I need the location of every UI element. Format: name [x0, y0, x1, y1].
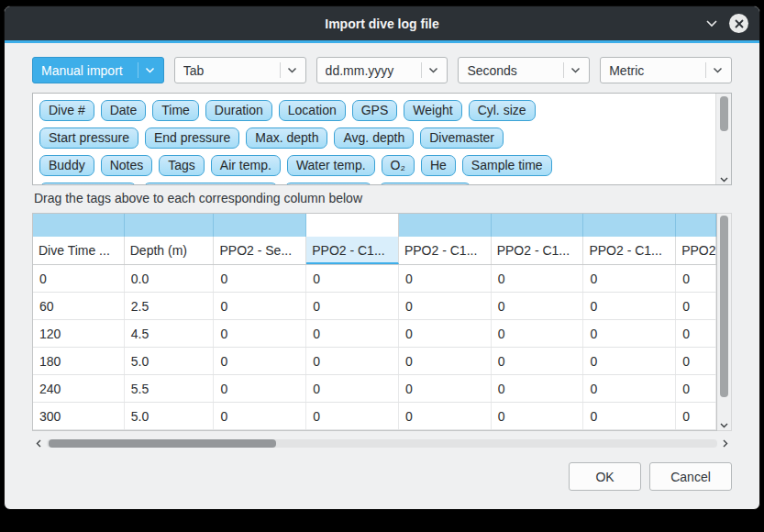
table-row-2: 1204.5000000 [33, 320, 716, 348]
field-separator-select[interactable]: Tab [174, 57, 306, 83]
scroll-down-icon[interactable] [717, 423, 731, 428]
drop-target-cell-6[interactable] [583, 214, 676, 237]
table-cell: 0 [583, 348, 676, 374]
tag-sample-depth[interactable]: Sample depth [39, 183, 137, 185]
units-select[interactable]: Metric [600, 57, 732, 83]
table-cell: 0 [583, 320, 676, 347]
tag-sample-time[interactable]: Sample time [462, 155, 552, 176]
import-dialog-window: Import dive log file Manual import Ta [4, 6, 760, 510]
close-icon [735, 19, 744, 28]
table-cell: 0 [306, 403, 399, 429]
column-header-1[interactable]: Depth (m) [125, 237, 215, 264]
drop-target-cell-1[interactable] [125, 214, 215, 237]
titlebar[interactable]: Import dive log file [5, 6, 759, 40]
tag-divemaster[interactable]: Divemaster [420, 127, 504, 149]
column-header-2[interactable]: PPO2 - Se... [214, 237, 306, 264]
preview-table: Dive Time ...Depth (m)PPO2 - Se...PPO2 -… [32, 213, 717, 431]
table-row-0: 00.0000000 [33, 265, 716, 293]
tag-time[interactable]: Time [152, 100, 199, 121]
drop-target-cell-4[interactable] [399, 214, 492, 237]
drop-target-cell-5[interactable] [492, 214, 584, 237]
table-cell: 0 [214, 265, 306, 292]
table-cell: 60 [33, 293, 125, 319]
close-window-button[interactable] [729, 14, 748, 33]
ok-button[interactable]: OK [569, 462, 641, 491]
table-cell: 0 [214, 375, 306, 402]
tag-row: Sample depthSample temperatureSample pO₂… [39, 183, 709, 185]
tag-date[interactable]: Date [101, 100, 147, 121]
tag-water-temp[interactable]: Water temp. [287, 155, 375, 176]
table-cell: 0 [306, 348, 399, 374]
table-cell: 300 [33, 403, 125, 429]
shade-window-icon[interactable] [705, 19, 718, 28]
table-vertical-scrollbar[interactable] [717, 213, 732, 431]
column-header-6[interactable]: PPO2 - C1... [583, 237, 676, 264]
column-header-5[interactable]: PPO2 - C1... [492, 237, 584, 264]
tag-gps[interactable]: GPS [352, 100, 398, 121]
table-cell: 0 [399, 293, 492, 319]
duration-format-value: Seconds [467, 63, 559, 78]
tag-sample-temperature[interactable]: Sample temperature [143, 183, 278, 185]
date-format-select[interactable]: dd.mm.yyyy [316, 57, 448, 83]
drop-target-cell-7[interactable] [676, 214, 716, 237]
scrollbar-thumb[interactable] [720, 96, 728, 131]
duration-format-select[interactable]: Seconds [458, 57, 590, 83]
preview-table-area: Dive Time ...Depth (m)PPO2 - Se...PPO2 -… [32, 213, 732, 431]
table-cell: 0 [676, 348, 716, 374]
table-cell: 0 [676, 403, 716, 429]
scrollbar-thumb[interactable] [720, 216, 728, 397]
tag-duration[interactable]: Duration [205, 100, 272, 121]
tag-max-depth[interactable]: Max. depth [246, 127, 327, 149]
drop-target-cell-2[interactable] [214, 214, 306, 237]
table-cell: 0 [306, 293, 399, 319]
table-cell: 0 [492, 403, 584, 429]
column-header-4[interactable]: PPO2 - C1... [399, 237, 492, 264]
tag-air-temp[interactable]: Air temp. [211, 155, 281, 176]
column-header-0[interactable]: Dive Time ... [33, 237, 125, 264]
table-cell: 0 [583, 375, 676, 402]
table-cell: 5.0 [125, 403, 215, 429]
column-header-7[interactable]: PPO2 [676, 237, 716, 264]
scroll-right-icon[interactable] [719, 439, 732, 448]
tag-o[interactable]: O₂ [382, 155, 415, 176]
tag-avg-depth[interactable]: Avg. depth [334, 127, 414, 149]
table-cell: 180 [33, 348, 125, 374]
table-cell: 0 [306, 320, 399, 347]
scroll-down-icon[interactable] [716, 177, 731, 183]
table-cell: 0 [492, 320, 584, 347]
drop-target-cell-3[interactable] [306, 214, 399, 237]
table-cell: 2.5 [125, 293, 215, 319]
table-row-1: 602.5000000 [33, 293, 716, 320]
tag-cyl-size[interactable]: Cyl. size [469, 100, 536, 121]
tag-row: BuddyNotesTagsAir temp.Water temp.O₂HeSa… [39, 155, 709, 176]
tag-buddy[interactable]: Buddy [39, 155, 94, 176]
tag-tags[interactable]: Tags [159, 155, 205, 176]
scroll-left-icon[interactable] [32, 439, 45, 448]
scrollbar-thumb[interactable] [49, 439, 276, 448]
table-cell: 0 [676, 320, 716, 347]
tag-sample-po[interactable]: Sample pO₂ [284, 183, 371, 185]
chevron-down-icon [713, 67, 723, 73]
table-cell: 0 [399, 265, 492, 292]
table-cell: 0 [399, 320, 492, 347]
tag-sample-cns[interactable]: Sample CNS [379, 183, 471, 185]
tag-end-pressure[interactable]: End pressure [145, 127, 239, 149]
tag-start-pressure[interactable]: Start pressure [39, 127, 138, 149]
import-mode-select[interactable]: Manual import [32, 57, 164, 83]
table-cell: 0 [676, 265, 716, 292]
table-horizontal-scrollbar[interactable] [32, 437, 732, 450]
table-cell: 0 [583, 403, 676, 429]
tag-pool-scrollbar[interactable] [715, 94, 731, 184]
drop-target-cell-0[interactable] [33, 214, 125, 237]
tag-dive[interactable]: Dive # [39, 100, 94, 121]
drag-instruction-label: Drag the tags above to each correspondin… [34, 191, 732, 205]
table-cell: 0 [676, 293, 716, 319]
tag-weight[interactable]: Weight [404, 100, 461, 121]
table-cell: 0 [492, 348, 584, 374]
column-header-3[interactable]: PPO2 - C1... [306, 237, 399, 264]
tag-notes[interactable]: Notes [101, 155, 153, 176]
cancel-button[interactable]: Cancel [649, 462, 732, 491]
table-cell: 0 [306, 265, 399, 292]
tag-he[interactable]: He [421, 155, 456, 176]
tag-location[interactable]: Location [279, 100, 346, 121]
